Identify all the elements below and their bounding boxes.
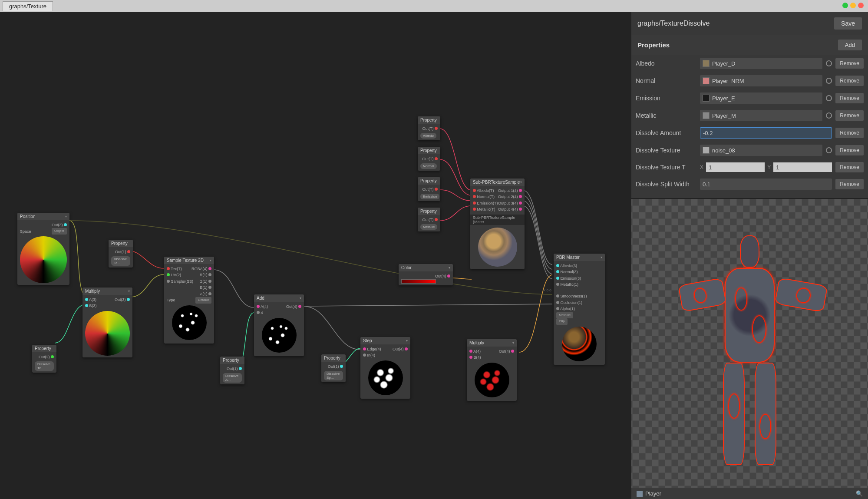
remove-button[interactable]: Remove — [835, 162, 864, 172]
chevron-down-icon[interactable]: ▾ — [128, 289, 130, 293]
property-pill[interactable]: Normal — [420, 163, 437, 169]
input-port[interactable] — [473, 189, 476, 192]
output-port[interactable] — [208, 286, 211, 289]
output-port[interactable] — [64, 223, 67, 226]
output-port[interactable] — [127, 298, 130, 301]
output-port[interactable] — [435, 157, 438, 160]
remove-button[interactable]: Remove — [835, 179, 864, 189]
input-port[interactable] — [473, 195, 476, 198]
output-port[interactable] — [519, 195, 522, 198]
node-position[interactable]: Position▾ Out(3) SpaceObject — [17, 213, 69, 285]
input-port[interactable] — [469, 350, 472, 353]
object-picker-icon[interactable] — [826, 95, 832, 101]
input-port[interactable] — [167, 267, 170, 270]
node-property[interactable]: Property Out(1) Dissolve Sp... — [321, 354, 346, 382]
texture-field[interactable]: noise_08 — [700, 145, 822, 156]
output-port[interactable] — [511, 350, 514, 353]
input-port[interactable] — [556, 264, 559, 267]
texture-field[interactable]: Player_M — [700, 110, 822, 121]
object-picker-icon[interactable] — [826, 78, 832, 84]
chevron-down-icon[interactable]: ▾ — [601, 255, 602, 259]
input-port[interactable] — [85, 298, 88, 301]
chevron-down-icon[interactable]: ▾ — [512, 341, 514, 345]
remove-button[interactable]: Remove — [835, 58, 864, 69]
node-multiply[interactable]: Multiply▾ A(3)Out(3) B(3) — [83, 288, 132, 357]
output-port[interactable] — [447, 274, 450, 278]
remove-button[interactable]: Remove — [835, 128, 864, 138]
output-port[interactable] — [519, 202, 522, 205]
chevron-down-icon[interactable]: ▾ — [65, 215, 67, 218]
input-port[interactable] — [257, 311, 260, 314]
texture-field[interactable]: Player_D — [700, 58, 822, 69]
output-port[interactable] — [435, 218, 438, 221]
node-property[interactable]: Property Out(T) Albedo — [418, 116, 440, 140]
output-port[interactable] — [435, 188, 438, 191]
property-pill[interactable]: Albedo — [420, 133, 436, 139]
material-preview[interactable]: Player 🔍 — [631, 198, 868, 499]
texture-field[interactable]: Player_NRM — [700, 75, 822, 86]
input-port[interactable] — [257, 305, 260, 308]
object-picker-icon[interactable] — [826, 147, 832, 153]
minimize-icon[interactable] — [842, 3, 848, 8]
enum-value[interactable]: Object — [52, 228, 67, 235]
input-port[interactable] — [363, 354, 366, 357]
output-port[interactable] — [239, 367, 242, 370]
node-color[interactable]: Color▾ Out(4) — [399, 264, 453, 285]
output-port[interactable] — [435, 127, 438, 130]
object-picker-icon[interactable] — [826, 60, 832, 66]
output-port[interactable] — [127, 250, 130, 253]
color-swatch[interactable] — [401, 279, 436, 284]
zoom-icon[interactable]: 🔍 — [856, 490, 863, 497]
chevron-down-icon[interactable]: ▾ — [406, 339, 408, 343]
node-property[interactable]: Property Out(T) Normal — [418, 147, 440, 171]
number-field[interactable]: 0.1 — [700, 178, 832, 190]
input-port[interactable] — [556, 277, 559, 280]
output-port[interactable] — [208, 280, 211, 283]
input-port[interactable] — [556, 307, 559, 310]
object-picker-icon[interactable] — [826, 112, 832, 119]
node-multiply[interactable]: Multiply▾ A(4)Out(4) B(4) — [467, 339, 517, 401]
close-icon[interactable] — [858, 3, 864, 8]
property-pill[interactable]: Dissolve Te... — [111, 256, 130, 266]
node-pbr-master[interactable]: PBR Master▾ Albedo(3) Normal(3) Emission… — [554, 254, 605, 365]
output-port[interactable] — [208, 267, 211, 270]
node-property[interactable]: Property Out(1) Dissolve Te... — [109, 240, 133, 268]
input-port[interactable] — [473, 202, 476, 205]
output-port[interactable] — [519, 208, 522, 211]
node-sample-texture-2d[interactable]: Sample Texture 2D▾ Tex(T)RGBA(4) UV(2)R(… — [164, 257, 214, 344]
remove-button[interactable]: Remove — [835, 76, 864, 86]
output-port[interactable] — [519, 189, 522, 192]
input-port[interactable] — [556, 294, 559, 297]
input-port[interactable] — [85, 304, 88, 307]
input-port[interactable] — [167, 280, 170, 283]
node-add[interactable]: Add▾ A(4)Out(4) 4 — [254, 294, 304, 356]
enum-value[interactable]: Default — [195, 297, 211, 304]
mesh-icon[interactable] — [637, 491, 643, 497]
input-port[interactable] — [473, 208, 476, 211]
add-button[interactable]: Add — [838, 40, 862, 50]
output-port[interactable] — [208, 292, 211, 295]
property-pill[interactable]: Dissolve A... — [223, 373, 242, 383]
property-pill[interactable]: Metallic — [420, 224, 437, 230]
enum-value[interactable]: Metallic — [556, 312, 573, 319]
output-port[interactable] — [51, 355, 54, 358]
chevron-down-icon[interactable]: ▾ — [449, 266, 450, 270]
property-pill[interactable]: Dissolve Te... — [35, 361, 54, 371]
window-tab[interactable]: graphs/Texture — [3, 1, 53, 11]
chevron-down-icon[interactable]: ▾ — [210, 258, 211, 262]
remove-button[interactable]: Remove — [835, 145, 864, 155]
input-port[interactable] — [167, 273, 170, 276]
node-step[interactable]: Step▾ Edge(4)Out(4) In(4) — [360, 337, 410, 399]
input-port[interactable] — [469, 356, 472, 359]
output-port[interactable] — [340, 365, 343, 368]
input-port[interactable] — [556, 301, 559, 304]
property-pill[interactable]: Dissolve Sp... — [324, 371, 343, 380]
maximize-icon[interactable] — [850, 3, 856, 8]
output-port[interactable] — [208, 273, 211, 276]
chevron-down-icon[interactable]: ▾ — [520, 180, 522, 184]
chevron-down-icon[interactable]: ▾ — [300, 296, 301, 300]
node-property[interactable]: Property Out(T) Emission — [418, 177, 440, 201]
remove-button[interactable]: Remove — [835, 110, 864, 121]
node-subgraph[interactable]: Sub-PBRTextureSample▾ Albedo(T)Output 1(… — [470, 178, 525, 269]
output-port[interactable] — [405, 347, 408, 350]
